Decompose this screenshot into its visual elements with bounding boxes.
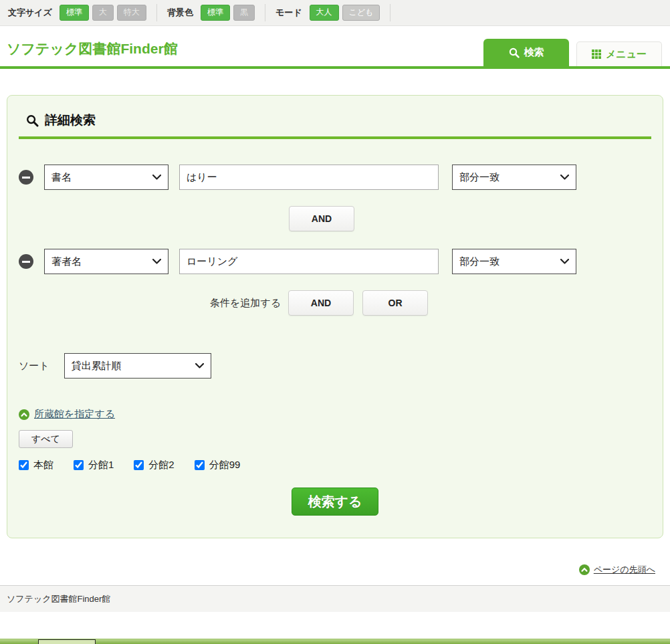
panel-title: 詳細検索 (19, 109, 651, 139)
toolbar-divider (156, 4, 157, 21)
checkbox[interactable] (195, 460, 205, 470)
panel-title-label: 詳細検索 (45, 112, 96, 129)
field-select[interactable]: 著者名 (44, 249, 169, 274)
mode-adult-button[interactable]: 大人 (310, 5, 339, 21)
search-icon (509, 47, 520, 58)
checkbox[interactable] (74, 460, 84, 470)
main-content: 詳細検索 書名 部分一致 AND 著者名 (0, 69, 670, 585)
keyword-input[interactable] (179, 165, 439, 190)
mode-kids-button[interactable]: こども (342, 5, 380, 21)
library-checkbox-row: 本館 分館1 分館2 分館99 (19, 459, 651, 471)
between-operator-row: AND (5, 206, 638, 231)
holding-library-link[interactable]: 所蔵館を指定する (34, 408, 115, 421)
library-checkbox-honkan[interactable]: 本館 (19, 459, 53, 471)
chevron-down-icon (195, 363, 204, 368)
bottom-chrome-strip (0, 639, 670, 644)
match-type-select[interactable]: 部分一致 (452, 165, 576, 190)
add-condition-or-button[interactable]: OR (362, 290, 428, 316)
collapse-up-icon (19, 409, 29, 420)
bg-color-group: 背景色 標準 黒 (167, 5, 255, 21)
condition-row: 著者名 部分一致 (19, 249, 651, 274)
remove-condition-icon[interactable] (19, 170, 33, 185)
search-submit-button[interactable]: 検索する (292, 488, 378, 516)
site-header: ソフテック図書館Finder館 検索 メニュー (0, 26, 670, 69)
add-condition-label: 条件を追加する (210, 297, 281, 310)
checkbox[interactable] (19, 460, 29, 470)
footer-site-name: ソフテック図書館Finder館 (7, 593, 110, 605)
bottom-chrome-box (38, 639, 96, 644)
sort-select-value: 貸出累計順 (72, 360, 122, 372)
site-title[interactable]: ソフテック図書館Finder館 (7, 39, 178, 58)
accessibility-toolbar: 文字サイズ 標準 大 特大 背景色 標準 黒 モード 大人 こども (0, 0, 670, 26)
tab-search-label: 検索 (524, 46, 544, 59)
field-select[interactable]: 書名 (44, 165, 169, 190)
library-label: 分館99 (209, 459, 241, 471)
toolbar-divider (265, 4, 265, 21)
field-select-value: 書名 (51, 171, 72, 184)
library-checkbox-bunkan99[interactable]: 分館99 (195, 459, 241, 471)
holding-library-toggle[interactable]: 所蔵館を指定する (19, 408, 651, 421)
font-size-group: 文字サイズ 標準 大 特大 (8, 5, 146, 21)
remove-condition-icon[interactable] (19, 254, 33, 269)
bg-color-standard-button[interactable]: 標準 (201, 5, 230, 21)
font-size-label: 文字サイズ (8, 7, 52, 19)
library-label: 本館 (33, 459, 53, 471)
keyword-input[interactable] (179, 249, 439, 274)
header-tabs: 検索 メニュー (483, 39, 662, 66)
search-icon (26, 114, 39, 127)
bg-color-black-button[interactable]: 黒 (233, 5, 255, 21)
library-label: 分館1 (88, 459, 114, 471)
chevron-down-icon (152, 175, 161, 180)
select-all-libraries-button[interactable]: すべて (19, 430, 73, 448)
page-top-link[interactable]: ページの先頭へ (594, 564, 655, 576)
library-checkbox-bunkan1[interactable]: 分館1 (74, 459, 114, 471)
page-top-up-icon (579, 564, 590, 575)
library-label: 分館2 (148, 459, 174, 471)
mode-label: モード (275, 7, 302, 19)
field-select-value: 著者名 (51, 255, 82, 268)
match-type-select[interactable]: 部分一致 (452, 249, 576, 274)
library-checkbox-bunkan2[interactable]: 分館2 (134, 459, 174, 471)
advanced-search-panel: 詳細検索 書名 部分一致 AND 著者名 (7, 95, 663, 538)
chevron-down-icon (560, 259, 569, 264)
sort-row: ソート 貸出累計順 (19, 353, 651, 379)
tab-menu-label: メニュー (606, 48, 647, 61)
tab-search[interactable]: 検索 (483, 39, 569, 66)
footer: ソフテック図書館Finder館 (0, 585, 670, 612)
condition-row: 書名 部分一致 (19, 165, 651, 190)
checkbox[interactable] (134, 460, 144, 470)
submit-row: 検索する (19, 488, 651, 516)
sort-label: ソート (19, 360, 49, 372)
match-type-value: 部分一致 (459, 171, 499, 184)
menu-grid-icon (592, 49, 601, 59)
page-top-row: ページの先頭へ (7, 538, 663, 585)
chevron-down-icon (560, 175, 569, 180)
font-size-large-button[interactable]: 大 (92, 5, 114, 21)
sort-select[interactable]: 貸出累計順 (64, 353, 211, 379)
bg-color-label: 背景色 (167, 7, 193, 19)
tab-menu[interactable]: メニュー (576, 41, 662, 66)
font-size-standard-button[interactable]: 標準 (60, 5, 89, 21)
toolbar-divider (390, 4, 390, 21)
and-operator-button[interactable]: AND (289, 206, 354, 231)
match-type-value: 部分一致 (459, 255, 499, 268)
font-size-xlarge-button[interactable]: 特大 (117, 5, 146, 21)
add-condition-row: 条件を追加する AND OR (3, 290, 635, 316)
add-condition-and-button[interactable]: AND (288, 290, 354, 316)
chevron-down-icon (152, 259, 161, 264)
mode-group: モード 大人 こども (275, 5, 380, 21)
